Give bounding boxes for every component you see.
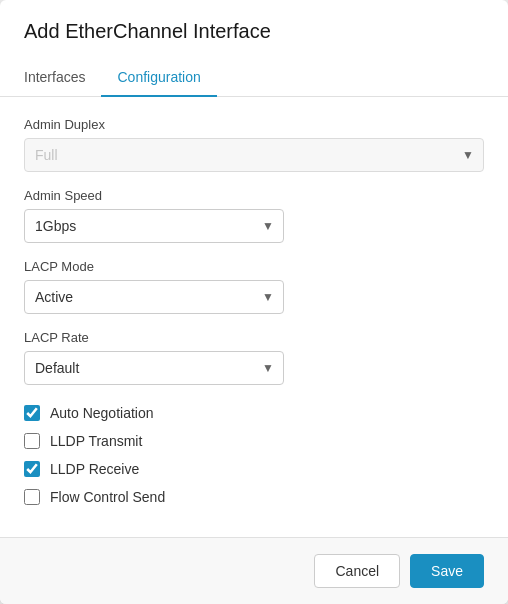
- lldp-transmit-item[interactable]: LLDP Transmit: [24, 433, 484, 449]
- flow-control-send-label: Flow Control Send: [50, 489, 165, 505]
- lacp-rate-select[interactable]: Default Fast: [24, 351, 284, 385]
- lacp-mode-group: LACP Mode Active Passive On ▼: [24, 259, 484, 314]
- admin-speed-select[interactable]: 1Gbps 100Mbps 10Mbps Auto: [24, 209, 284, 243]
- tab-interfaces[interactable]: Interfaces: [24, 59, 101, 97]
- admin-speed-label: Admin Speed: [24, 188, 484, 203]
- add-etherchannel-dialog: Add EtherChannel Interface Interfaces Co…: [0, 0, 508, 604]
- dialog-body: Admin Duplex Full ▼ Admin Speed 1Gbps 10…: [0, 97, 508, 537]
- save-button[interactable]: Save: [410, 554, 484, 588]
- auto-negotiation-item[interactable]: Auto Negotiation: [24, 405, 484, 421]
- lldp-receive-checkbox[interactable]: [24, 461, 40, 477]
- tab-configuration[interactable]: Configuration: [101, 59, 216, 97]
- flow-control-send-item[interactable]: Flow Control Send: [24, 489, 484, 505]
- lldp-transmit-label: LLDP Transmit: [50, 433, 142, 449]
- dialog-header: Add EtherChannel Interface Interfaces Co…: [0, 0, 508, 97]
- admin-duplex-label: Admin Duplex: [24, 117, 484, 132]
- flow-control-send-checkbox[interactable]: [24, 489, 40, 505]
- admin-speed-group: Admin Speed 1Gbps 100Mbps 10Mbps Auto ▼: [24, 188, 484, 243]
- checkboxes-section: Auto Negotiation LLDP Transmit LLDP Rece…: [24, 405, 484, 505]
- lldp-receive-label: LLDP Receive: [50, 461, 139, 477]
- cancel-button[interactable]: Cancel: [314, 554, 400, 588]
- admin-duplex-group: Admin Duplex Full ▼: [24, 117, 484, 172]
- tabs: Interfaces Configuration: [24, 59, 484, 96]
- admin-duplex-wrapper: Full ▼: [24, 138, 484, 172]
- dialog-title: Add EtherChannel Interface: [24, 20, 484, 43]
- admin-duplex-select[interactable]: Full: [24, 138, 484, 172]
- lacp-mode-wrapper: Active Passive On ▼: [24, 280, 284, 314]
- dialog-footer: Cancel Save: [0, 537, 508, 604]
- auto-negotiation-label: Auto Negotiation: [50, 405, 154, 421]
- lacp-rate-wrapper: Default Fast ▼: [24, 351, 284, 385]
- admin-speed-wrapper: 1Gbps 100Mbps 10Mbps Auto ▼: [24, 209, 284, 243]
- lacp-rate-label: LACP Rate: [24, 330, 484, 345]
- lacp-mode-label: LACP Mode: [24, 259, 484, 274]
- auto-negotiation-checkbox[interactable]: [24, 405, 40, 421]
- lldp-transmit-checkbox[interactable]: [24, 433, 40, 449]
- lacp-mode-select[interactable]: Active Passive On: [24, 280, 284, 314]
- lldp-receive-item[interactable]: LLDP Receive: [24, 461, 484, 477]
- lacp-rate-group: LACP Rate Default Fast ▼: [24, 330, 484, 385]
